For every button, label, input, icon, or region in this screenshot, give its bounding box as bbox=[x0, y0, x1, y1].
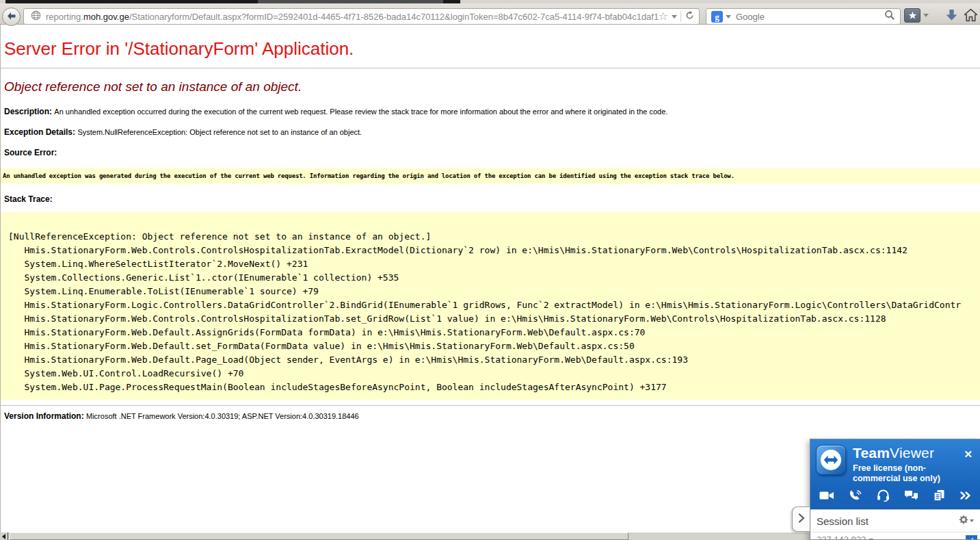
headset-icon[interactable] bbox=[877, 489, 890, 504]
url-path: /Stationaryform/Default.aspx?formID=2592… bbox=[129, 12, 659, 22]
url-dropdown-caret-icon[interactable] bbox=[672, 15, 677, 18]
window-edge bbox=[0, 25, 1, 540]
home-icon bbox=[964, 8, 978, 25]
error-subtitle: Object reference not set to an instance … bbox=[4, 79, 980, 94]
exception-details-text: System.NullReferenceException: Object re… bbox=[77, 128, 362, 136]
search-placeholder: Google bbox=[736, 12, 884, 22]
download-arrow-icon bbox=[944, 8, 959, 25]
search-magnifier-icon[interactable] bbox=[884, 10, 895, 23]
source-error-box: An unhandled exception was generated dur… bbox=[0, 168, 980, 183]
back-button[interactable] bbox=[2, 8, 21, 26]
teamviewer-header: TeamViewer Free license (non-commercial … bbox=[810, 439, 980, 485]
scrollbar-thumb[interactable] bbox=[10, 532, 628, 540]
version-information-text: Microsoft .NET Framework Version:4.0.303… bbox=[86, 412, 359, 420]
reload-icon[interactable] bbox=[685, 10, 695, 23]
search-engine-caret-icon[interactable] bbox=[726, 15, 731, 18]
session-list-header[interactable]: Session list bbox=[810, 509, 980, 532]
close-icon[interactable]: ✕ bbox=[964, 448, 972, 461]
url-subdomain: reporting. bbox=[46, 12, 83, 22]
teamviewer-collapse-tab[interactable] bbox=[792, 506, 810, 532]
teamviewer-license-text: Free license (non-commercial use only) bbox=[853, 463, 964, 484]
gear-caret-icon bbox=[970, 519, 974, 522]
session-settings-button[interactable] bbox=[958, 515, 974, 527]
version-information-label: Version Information: bbox=[4, 411, 86, 421]
description-text: An unhandled exception occurred during t… bbox=[54, 107, 667, 116]
page-title: Server Error in '/StationaryForm' Applic… bbox=[4, 38, 980, 60]
home-button[interactable] bbox=[964, 8, 978, 25]
teamviewer-panel: TeamViewer Free license (non-commercial … bbox=[810, 439, 980, 540]
url-input[interactable]: reporting.moh.gov.ge/Stationaryform/Defa… bbox=[23, 8, 700, 25]
chat-icon[interactable] bbox=[904, 490, 918, 504]
description-line: Description: An unhandled exception occu… bbox=[4, 107, 980, 116]
search-input[interactable]: g Google bbox=[706, 8, 901, 25]
chevron-right-icon bbox=[798, 513, 805, 526]
bookmarks-caret-icon bbox=[923, 14, 929, 17]
session-id: 227 142 922 bbox=[817, 535, 866, 540]
stack-trace-label: Stack Trace: bbox=[4, 194, 980, 204]
description-label: Description: bbox=[4, 107, 54, 116]
session-list-label: Session list bbox=[817, 515, 869, 527]
error-page: Server Error in '/StationaryForm' Applic… bbox=[0, 25, 980, 421]
divider bbox=[0, 68, 980, 68]
teamviewer-toolbar bbox=[810, 485, 980, 509]
url-text: reporting.moh.gov.ge/Stationaryform/Defa… bbox=[46, 12, 659, 22]
teamviewer-title-bold: Team bbox=[853, 445, 890, 461]
divider bbox=[0, 405, 980, 406]
version-information-line: Version Information: Microsoft .NET Fram… bbox=[4, 411, 980, 421]
teamviewer-logo-icon bbox=[816, 445, 846, 475]
divider bbox=[680, 11, 681, 22]
video-call-icon[interactable] bbox=[819, 490, 834, 504]
file-transfer-icon[interactable] bbox=[933, 489, 945, 504]
teamviewer-title-rest: Viewer bbox=[890, 445, 934, 461]
source-error-label: Source Error: bbox=[4, 148, 980, 157]
browser-toolbar: reporting.moh.gov.ge/Stationaryform/Defa… bbox=[0, 3, 980, 25]
phone-call-icon[interactable] bbox=[849, 489, 862, 505]
session-list-item[interactable]: 227 142 922 bbox=[810, 532, 980, 540]
google-favicon: g bbox=[711, 11, 723, 23]
scroll-left-button[interactable] bbox=[0, 532, 8, 540]
bookmark-star-icon[interactable]: ☆ bbox=[659, 11, 668, 22]
connect-button[interactable] bbox=[966, 535, 977, 540]
downloads-button[interactable] bbox=[944, 8, 959, 25]
scroll-left-arrow-icon bbox=[2, 534, 5, 539]
bookmarks-star-icon bbox=[904, 8, 921, 23]
globe-icon bbox=[31, 10, 41, 23]
back-arrow-icon bbox=[6, 11, 16, 23]
more-actions-icon[interactable] bbox=[959, 491, 971, 503]
exception-details-label: Exception Details: bbox=[4, 127, 77, 137]
stack-trace-box: [NullReferenceException: Object referenc… bbox=[0, 212, 980, 400]
exception-details-line: Exception Details: System.NullReferenceE… bbox=[4, 127, 980, 137]
url-domain: moh.gov.ge bbox=[83, 12, 129, 22]
gear-icon bbox=[958, 515, 968, 527]
teamviewer-title: TeamViewer bbox=[853, 445, 964, 461]
bookmarks-menu-button[interactable] bbox=[904, 8, 929, 23]
